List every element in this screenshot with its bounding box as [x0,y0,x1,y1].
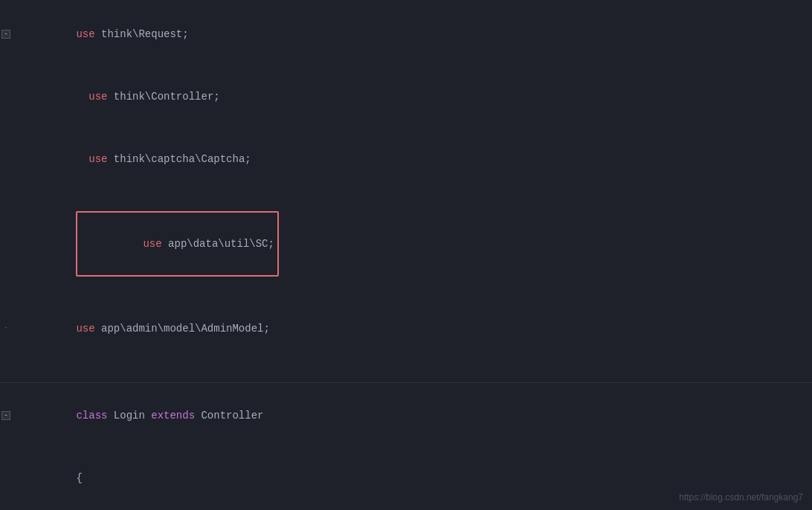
code-line-4: use app\data\util\SC; [0,190,812,297]
line-content-7: class Login extends Controller [31,384,812,447]
line-content-6 [31,360,812,381]
code-line-3: use think\captcha\Captcha; [0,128,812,190]
code-line-1: - use think\Request; [0,3,812,65]
line-content-1: use think\Request; [31,3,812,65]
code-line-7: - class Login extends Controller [0,384,812,447]
line-content-3: use think\captcha\Captcha; [31,128,812,190]
keyword-use: use [76,323,94,335]
keyword-class: class [76,410,107,422]
code-line-6 [0,360,812,381]
line-content-4: use app\data\util\SC; [31,190,812,297]
line-content-2: use think\Controller; [31,65,812,128]
code-line-5: - use app\admin\model\AdminModel; [0,297,812,360]
code-editor: - use think\Request; use think\Controlle… [0,0,812,510]
keyword-extends: extends [151,410,195,422]
keyword-use: use [88,153,107,165]
fold-icon-5[interactable]: - [1,324,10,333]
keyword-use: use [76,28,94,40]
fold-icon-1[interactable]: - [1,30,10,39]
fold-icon-7[interactable]: - [1,411,10,420]
divider [0,382,812,383]
line-content-5: use app\admin\model\AdminModel; [31,297,812,360]
keyword-use: use [88,91,107,103]
keyword-use: use [143,238,161,250]
watermark: https://blog.csdn.net/fangkang7 [679,492,803,503]
code-line-2: use think\Controller; [0,65,812,128]
